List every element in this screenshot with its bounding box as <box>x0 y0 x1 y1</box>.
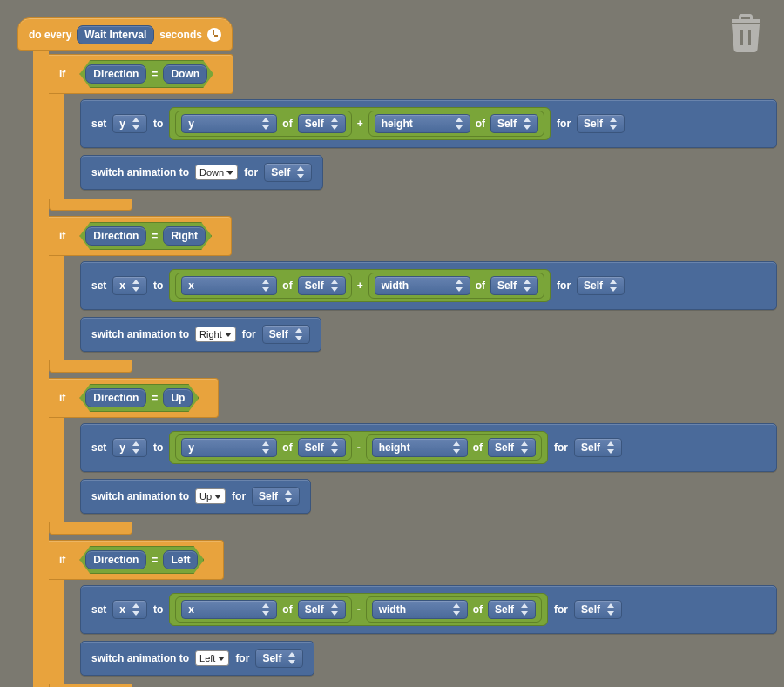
updown-icon <box>456 118 463 130</box>
trash-icon[interactable] <box>725 12 767 57</box>
object-dropdown[interactable]: Self <box>298 276 346 295</box>
math-op: + <box>357 118 363 130</box>
direction-var[interactable]: Direction <box>85 226 146 246</box>
clock-icon <box>207 28 221 42</box>
set-block[interactable]: set x to x of Self + width of Self <box>80 261 777 310</box>
updown-icon <box>521 603 529 616</box>
if-block[interactable]: if Direction = Right <box>49 216 232 256</box>
attr-of-reporter[interactable]: y of Self <box>175 434 351 461</box>
if-block[interactable]: if Direction = Up <box>49 378 219 418</box>
attr-of-reporter[interactable]: width of Self <box>366 596 542 623</box>
for-object-dropdown[interactable]: Self <box>574 438 622 457</box>
for-keyword: for <box>242 328 256 340</box>
for-object-dropdown[interactable]: Self <box>574 600 622 619</box>
attr-dropdown[interactable]: width <box>372 600 468 619</box>
updown-icon <box>331 441 339 454</box>
animation-select[interactable]: Right <box>195 327 236 342</box>
to-keyword: to <box>153 280 163 292</box>
if-keyword: if <box>59 392 65 404</box>
for-object-dropdown[interactable]: Self <box>262 325 310 344</box>
attr-of-reporter[interactable]: height of Self <box>368 111 544 137</box>
animation-select[interactable]: Down <box>195 165 238 180</box>
expression-reporter[interactable]: x of Self + width of Self <box>169 269 551 302</box>
attr-dropdown[interactable]: y <box>181 114 277 133</box>
condition-hex[interactable]: Direction = Left <box>79 546 204 574</box>
event-hat-block[interactable]: do every Wait Interval seconds <box>17 17 233 51</box>
attr-of-reporter[interactable]: height of Self <box>366 434 542 461</box>
attr-dropdown[interactable]: width <box>375 276 470 295</box>
updown-icon <box>607 603 615 616</box>
for-object-dropdown[interactable]: Self <box>264 163 312 182</box>
object-dropdown[interactable]: Self <box>490 114 538 133</box>
if-keyword: if <box>59 554 65 566</box>
updown-icon <box>453 441 461 454</box>
expression-reporter[interactable]: x of Self - width of Self <box>169 593 548 626</box>
object-dropdown[interactable]: Self <box>488 600 536 619</box>
set-target-dropdown[interactable]: y <box>112 438 147 457</box>
updown-icon <box>331 118 339 130</box>
attr-dropdown[interactable]: height <box>372 438 468 457</box>
expression-reporter[interactable]: y of Self - height of Self <box>169 431 548 464</box>
condition-hex[interactable]: Direction = Down <box>79 60 213 88</box>
set-block[interactable]: set x to x of Self - width of Self <box>80 585 777 634</box>
switch-animation-block[interactable]: switch animation to Right for Self <box>80 317 321 352</box>
switch-animation-block[interactable]: switch animation to Left for Self <box>80 641 314 676</box>
direction-value[interactable]: Up <box>163 388 193 407</box>
object-dropdown[interactable]: Self <box>298 438 346 457</box>
updown-icon <box>521 441 529 454</box>
switch-label: switch animation to <box>91 490 189 502</box>
condition-hex[interactable]: Direction = Up <box>79 384 199 412</box>
animation-select[interactable]: Up <box>195 488 226 504</box>
to-keyword: to <box>153 118 163 130</box>
animation-select[interactable]: Left <box>195 650 229 666</box>
direction-var[interactable]: Direction <box>85 64 146 84</box>
if-block[interactable]: if Direction = Left <box>49 540 224 580</box>
direction-value[interactable]: Left <box>163 550 198 569</box>
object-dropdown[interactable]: Self <box>298 600 346 619</box>
set-target-dropdown[interactable]: x <box>112 276 147 295</box>
attr-dropdown[interactable]: y <box>181 438 277 457</box>
condition-hex[interactable]: Direction = Right <box>79 222 212 250</box>
object-dropdown[interactable]: Self <box>298 114 346 133</box>
direction-var[interactable]: Direction <box>85 550 146 569</box>
for-object-dropdown[interactable]: Self <box>577 276 625 295</box>
wait-interval-slot[interactable]: Wait Interval <box>77 25 154 44</box>
attr-of-reporter[interactable]: y of Self <box>175 111 351 137</box>
if-body: set x to x of Self - width of Self <box>49 580 767 684</box>
set-block[interactable]: set y to y of Self + height of Self <box>80 99 777 148</box>
equals-op: = <box>152 68 158 80</box>
set-target-dropdown[interactable]: y <box>112 114 147 133</box>
for-keyword: for <box>557 118 571 130</box>
attr-dropdown[interactable]: x <box>181 600 277 619</box>
updown-icon <box>456 280 463 292</box>
attr-of-reporter[interactable]: x of Self <box>175 273 351 299</box>
block-canvas[interactable]: do every Wait Interval seconds if Direct… <box>0 0 784 687</box>
updown-icon <box>132 118 140 130</box>
if-footer <box>49 522 132 535</box>
expression-reporter[interactable]: y of Self + height of Self <box>169 107 551 140</box>
direction-var[interactable]: Direction <box>85 388 146 407</box>
switch-animation-block[interactable]: switch animation to Up for Self <box>80 479 311 514</box>
hat-prefix: do every <box>29 29 71 41</box>
if-footer <box>49 199 132 211</box>
attr-dropdown[interactable]: x <box>181 276 277 295</box>
for-object-dropdown[interactable]: Self <box>255 649 303 668</box>
updown-icon <box>453 603 461 616</box>
object-dropdown[interactable]: Self <box>490 276 538 295</box>
updown-icon <box>331 603 339 616</box>
direction-value[interactable]: Down <box>163 64 207 84</box>
attr-of-reporter[interactable]: width of Self <box>368 273 544 299</box>
direction-value[interactable]: Right <box>163 226 206 246</box>
set-keyword: set <box>91 603 106 616</box>
updown-icon <box>297 166 305 178</box>
set-target-dropdown[interactable]: x <box>112 600 147 619</box>
of-keyword: of <box>473 603 483 616</box>
attr-dropdown[interactable]: height <box>375 114 470 133</box>
attr-of-reporter[interactable]: x of Self <box>175 596 351 623</box>
if-block[interactable]: if Direction = Down <box>49 54 233 94</box>
for-object-dropdown[interactable]: Self <box>252 487 300 506</box>
switch-animation-block[interactable]: switch animation to Down for Self <box>80 155 323 190</box>
set-block[interactable]: set y to y of Self - height of Self <box>80 423 777 472</box>
for-object-dropdown[interactable]: Self <box>577 114 625 133</box>
object-dropdown[interactable]: Self <box>488 438 536 457</box>
